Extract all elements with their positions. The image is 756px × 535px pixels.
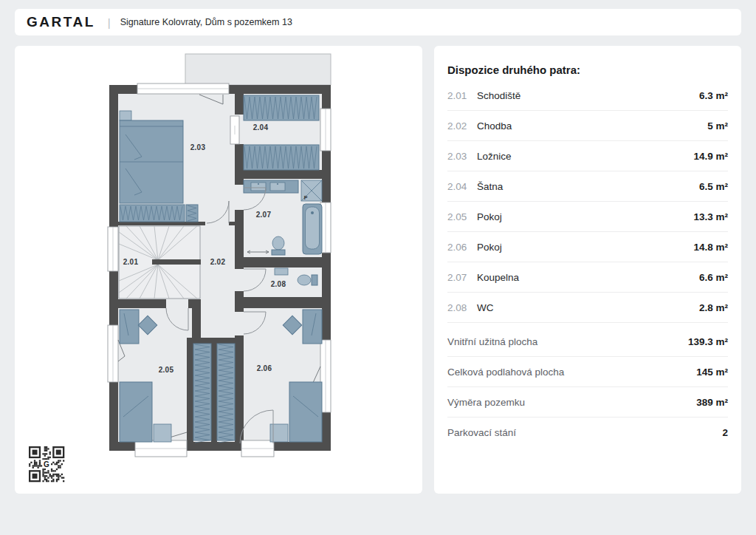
room-row-201: 2.01 Schodiště 6.3 m² — [447, 81, 728, 111]
header-divider: | — [108, 16, 111, 29]
plan-label-207: 2.07 — [256, 211, 272, 219]
room-name: WC — [477, 302, 699, 313]
panel-heading: Dispozice druhého patra: — [447, 64, 728, 76]
plan-label-206: 2.06 — [257, 364, 272, 372]
wardrobe-bedroom — [120, 205, 198, 222]
summary-row-usable-area: Vnitřní užitná plocha 139.3 m² — [447, 327, 728, 357]
project-title: Signature Kolovraty, Dům s pozemkem 13 — [120, 17, 292, 27]
main-content: P — [15, 46, 741, 494]
room-code: 2.01 — [447, 90, 477, 101]
room-row-202: 2.02 Chodba 5 m² — [447, 111, 728, 141]
room-name: Chodba — [477, 120, 707, 132]
room-area: 14.8 m² — [693, 242, 728, 253]
plan-label-208: 2.08 — [271, 280, 286, 288]
summary-label: Výměra pozemku — [447, 397, 696, 408]
room-code: 2.08 — [447, 302, 477, 313]
summary-section: Vnitřní užitná plocha 139.3 m² Celková p… — [447, 327, 728, 448]
info-panel: Dispozice druhého patra: 2.01 Schodiště … — [434, 46, 741, 494]
summary-value: 145 m² — [696, 367, 728, 378]
plan-label-205: 2.05 — [159, 366, 174, 374]
summary-row-floor-area: Celková podlahová plocha 145 m² — [447, 357, 728, 387]
room-name: Pokoj — [477, 242, 693, 253]
double-bed — [120, 111, 183, 203]
single-bed — [120, 382, 152, 442]
wc-sink — [275, 268, 288, 275]
summary-row-parking: Parkovací stání 2 — [447, 418, 728, 448]
room-row-208: 2.08 WC 2.8 m² — [447, 293, 728, 323]
summary-label: Vnitřní užitná plocha — [447, 336, 688, 347]
toilet — [272, 236, 284, 250]
shower-label: P — [304, 195, 308, 200]
plan-label-201: 2.01 — [123, 258, 139, 266]
room-row-205: 2.05 Pokoj 13.3 m² — [447, 202, 728, 232]
room-name: Šatna — [477, 181, 699, 192]
desk — [120, 310, 139, 344]
room-code: 2.03 — [447, 151, 477, 162]
floorplan-panel: P — [15, 46, 422, 494]
room-code: 2.02 — [447, 120, 477, 132]
summary-label: Celková podlahová plocha — [447, 367, 696, 378]
room-name: Schodiště — [477, 90, 699, 101]
room-area: 5 m² — [707, 120, 728, 132]
room-name: Pokoj — [477, 211, 693, 222]
room-row-204: 2.04 Šatna 6.5 m² — [447, 171, 728, 202]
room-area: 6.5 m² — [699, 181, 728, 192]
gartal-logo[interactable]: GARTAL — [27, 14, 95, 30]
room-row-207: 2.07 Koupelna 6.6 m² — [447, 262, 728, 293]
room-area: 2.8 m² — [699, 302, 728, 313]
floorplan-svg: P — [15, 46, 422, 494]
room-area: 6.6 m² — [699, 272, 728, 283]
summary-value: 2 — [722, 427, 728, 438]
room-area: 14.9 m² — [693, 151, 728, 162]
qr-center-letter: G — [44, 460, 49, 468]
room-code: 2.05 — [447, 211, 477, 222]
single-bed — [289, 382, 322, 442]
room-name: Koupelna — [477, 272, 699, 283]
plan-label-204: 2.04 — [253, 123, 269, 132]
room-area: 6.3 m² — [699, 90, 728, 101]
summary-value: 389 m² — [696, 397, 728, 408]
room-row-206: 2.06 Pokoj 14.8 m² — [447, 232, 728, 262]
room-name: Ložnice — [477, 151, 693, 162]
desk — [303, 310, 322, 344]
wc-toilet — [298, 275, 311, 285]
room-area: 13.3 m² — [693, 211, 728, 222]
summary-value: 139.3 m² — [688, 336, 728, 347]
roof-slab — [185, 54, 331, 85]
room-code: 2.04 — [447, 181, 477, 192]
room-code: 2.06 — [447, 242, 477, 253]
summary-row-plot-area: Výměra pozemku 389 m² — [447, 387, 728, 418]
plan-label-202: 2.02 — [210, 258, 226, 266]
room-code: 2.07 — [447, 272, 477, 283]
room-row-203: 2.03 Ložnice 14.9 m² — [447, 141, 728, 171]
app-header: GARTAL | Signature Kolovraty, Dům s poze… — [15, 9, 741, 35]
summary-label: Parkovací stání — [447, 427, 722, 438]
plan-label-203: 2.03 — [190, 143, 206, 151]
